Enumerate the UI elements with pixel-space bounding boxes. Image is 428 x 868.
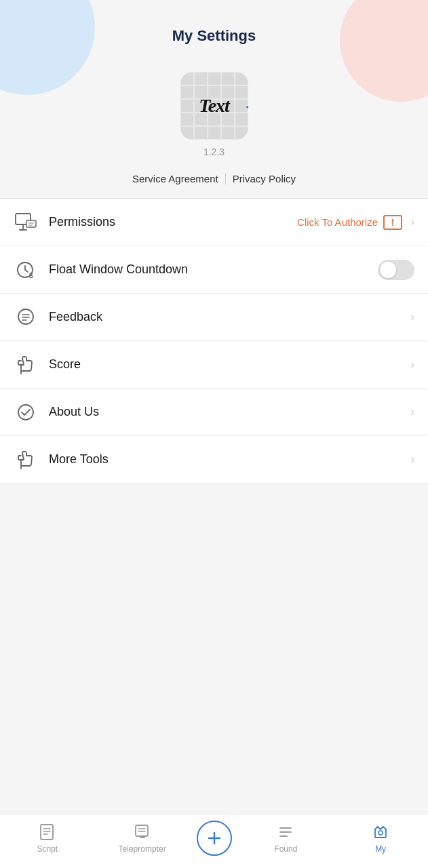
teleprompter-icon xyxy=(133,823,152,842)
nav-item-my[interactable]: My xyxy=(333,823,428,854)
score-right: › xyxy=(408,357,414,372)
page-title: My Settings xyxy=(14,27,414,45)
settings-item-feedback[interactable]: Feedback › xyxy=(0,294,428,341)
script-icon xyxy=(38,823,57,842)
header: My Settings xyxy=(0,0,428,58)
service-agreement-link[interactable]: Service Agreement xyxy=(132,173,218,184)
feedback-chevron: › xyxy=(410,310,414,324)
nav-item-teleprompter[interactable]: Teleprompter xyxy=(95,823,190,854)
main-content: My Settings Text ◀ 1.2.3 Service Agreeme… xyxy=(0,0,428,814)
svg-rect-19 xyxy=(136,825,148,836)
app-version: 1.2.3 xyxy=(203,146,225,157)
settings-list: Permissions Click To Authorize › $ Float… xyxy=(0,199,428,484)
authorize-text: Click To Authorize xyxy=(297,216,378,228)
more-tools-chevron: › xyxy=(410,452,414,467)
permissions-chevron: › xyxy=(410,215,414,229)
score-icon xyxy=(14,353,38,377)
more-tools-icon xyxy=(14,448,38,472)
app-icon: Text ◀ xyxy=(180,72,248,140)
permissions-right: Click To Authorize › xyxy=(297,215,414,230)
svg-rect-15 xyxy=(41,825,53,840)
float-window-right xyxy=(378,260,414,280)
svg-point-10 xyxy=(18,309,33,324)
settings-item-about-us[interactable]: About Us › xyxy=(0,389,428,436)
privacy-policy-link[interactable]: Privacy Policy xyxy=(233,173,296,184)
more-tools-label: More Tools xyxy=(49,452,408,467)
authorize-icon xyxy=(383,215,402,230)
found-icon xyxy=(276,823,295,842)
svg-rect-3 xyxy=(26,220,36,227)
float-window-icon: $ xyxy=(14,258,38,282)
nav-item-add[interactable] xyxy=(197,821,232,856)
about-us-label: About Us xyxy=(49,405,408,419)
svg-line-8 xyxy=(25,270,28,272)
float-window-toggle[interactable] xyxy=(378,260,414,280)
script-nav-label: Script xyxy=(37,844,58,854)
nav-item-found[interactable]: Found xyxy=(239,823,334,854)
feedback-icon xyxy=(14,305,38,330)
about-us-chevron: › xyxy=(410,405,414,419)
settings-item-more-tools[interactable]: More Tools › xyxy=(0,436,428,484)
feedback-right: › xyxy=(408,310,414,324)
svg-text:$: $ xyxy=(29,272,33,279)
settings-item-score[interactable]: Score › xyxy=(0,341,428,389)
content-spacer xyxy=(0,484,428,814)
permissions-icon xyxy=(14,210,38,235)
bottom-nav: Script Teleprompter xyxy=(0,814,428,868)
settings-item-permissions[interactable]: Permissions Click To Authorize › xyxy=(0,199,428,246)
score-chevron: › xyxy=(410,357,414,372)
add-button[interactable] xyxy=(197,821,232,856)
nav-item-script[interactable]: Script xyxy=(0,823,95,854)
score-label: Score xyxy=(49,357,408,372)
svg-point-14 xyxy=(18,405,33,420)
app-icon-arrow: ◀ xyxy=(246,100,248,113)
link-divider xyxy=(225,174,226,184)
permissions-label: Permissions xyxy=(49,215,297,229)
toggle-knob xyxy=(380,262,396,278)
settings-item-float-window[interactable]: $ Float Window Countdown xyxy=(0,246,428,294)
teleprompter-nav-label: Teleprompter xyxy=(119,844,166,854)
app-icon-section: Text ◀ 1.2.3 xyxy=(0,58,428,167)
found-nav-label: Found xyxy=(274,844,297,854)
about-us-icon xyxy=(14,400,38,425)
my-icon xyxy=(371,823,390,842)
about-us-right: › xyxy=(408,405,414,419)
feedback-label: Feedback xyxy=(49,310,408,324)
app-icon-text: Text xyxy=(199,95,229,117)
float-window-label: Float Window Countdown xyxy=(49,262,378,277)
more-tools-right: › xyxy=(408,452,414,467)
my-nav-label: My xyxy=(375,844,386,854)
links-row: Service Agreement Privacy Policy xyxy=(0,167,428,198)
svg-point-29 xyxy=(378,831,383,835)
